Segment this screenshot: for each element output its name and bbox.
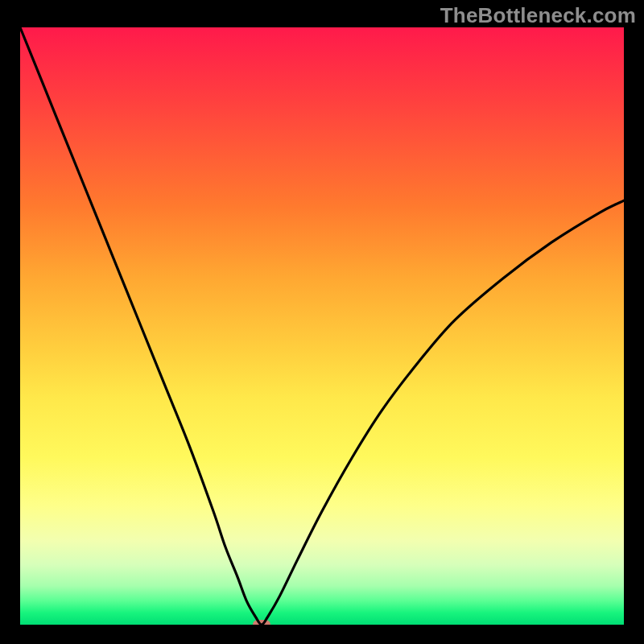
curve-svg <box>20 27 624 625</box>
watermark-label: TheBottleneck.com <box>440 3 636 28</box>
chart-frame: TheBottleneck.com <box>0 0 644 644</box>
bottleneck-curve <box>20 27 624 625</box>
